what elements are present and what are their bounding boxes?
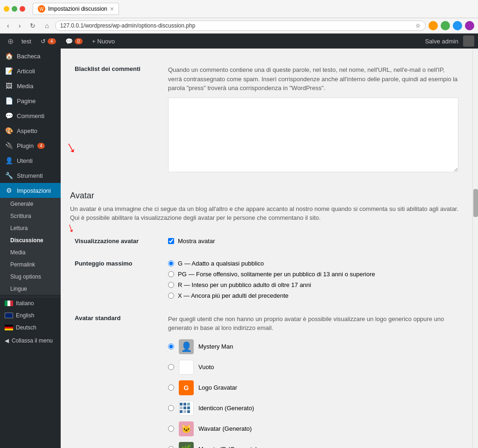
admin-bar-right: Salve admin: [420, 34, 474, 49]
avatar-display-checkbox-label: Mostra avatar: [178, 238, 215, 245]
rating-g-label: G — Adatto a qualsiasi pubblico: [178, 260, 264, 267]
wp-logo-icon: ⊕: [7, 37, 14, 46]
back-button[interactable]: ‹: [4, 20, 13, 31]
lang-italiano-label: Italiano: [16, 300, 34, 307]
admin-bar-site[interactable]: test: [17, 34, 36, 49]
admin-bar-updates[interactable]: ↺ 4: [36, 34, 61, 49]
tools-icon: 🔧: [5, 172, 13, 179]
sidebar-item-impostazioni[interactable]: ⚙ Impostazioni: [0, 183, 61, 198]
admin-bar-avatar[interactable]: [463, 35, 474, 47]
scrollbar-thumb[interactable]: [473, 189, 478, 217]
avatar-option-monsterid: 🌿 MonsterID (Generato): [168, 442, 458, 448]
blacklist-description: Quando un commento contiene una di quest…: [168, 65, 458, 93]
sidebar-label-aspetto: Aspetto: [17, 127, 37, 134]
nav-icon-1: [429, 21, 438, 30]
sidebar-item-pagine[interactable]: 📄 Pagine: [0, 93, 61, 108]
updates-count: 4: [48, 38, 56, 44]
avatar-wavatar-radio[interactable]: [168, 426, 174, 432]
admin-bar-new[interactable]: + Nuovo: [87, 34, 120, 49]
browser-dots: [4, 6, 25, 12]
sub-item-media[interactable]: Media: [0, 246, 61, 259]
lang-italiano[interactable]: Italiano: [0, 297, 61, 309]
blacklist-label: Blacklist dei commenti: [70, 58, 163, 181]
close-window-button[interactable]: [20, 6, 25, 12]
lettura-label: Lettura: [10, 225, 28, 231]
collapse-menu-button[interactable]: ◀ Collassa il menu: [0, 334, 61, 348]
nav-icon-3: [453, 21, 462, 30]
blacklist-section: Blacklist dei commenti Quando un comment…: [70, 58, 463, 182]
svg-rect-2: [187, 403, 190, 406]
avatar-option-blank: Vuoto: [168, 360, 458, 375]
avatar-standard-label: Avatar standard: [70, 307, 163, 448]
avatar-identicon-label: Identicon (Generato): [198, 405, 254, 412]
identicon-thumb: [179, 401, 194, 416]
wp-sidebar: 🏠 Bacheca 📝 Articoli 🖼 Media 📄 Pagine 💬 …: [0, 49, 61, 448]
avatar-gravatar-radio[interactable]: [168, 385, 174, 391]
avatar-display-checkbox[interactable]: [168, 238, 174, 244]
german-flag-icon: [5, 325, 13, 330]
sidebar-item-aspetto[interactable]: 🎨 Aspetto: [0, 123, 61, 138]
sub-item-lingue[interactable]: Lingue: [0, 283, 61, 295]
lang-deutsch[interactable]: Deutsch: [0, 322, 61, 334]
blank-thumb: [179, 360, 194, 375]
scrollbar-track[interactable]: [472, 49, 478, 448]
avatar-blank-radio[interactable]: [168, 364, 174, 370]
rating-x-label: X — Ancora più per adulti del precedente: [178, 292, 288, 299]
wp-logo[interactable]: ⊕: [4, 35, 17, 48]
lang-english[interactable]: English: [0, 309, 61, 322]
avatar-option-identicon: Identicon (Generato): [168, 401, 458, 416]
rating-group: G — Adatto a qualsiasi pubblico PG — For…: [168, 260, 458, 299]
sidebar-item-utenti[interactable]: 👤 Utenti: [0, 153, 61, 168]
sidebar-item-strumenti[interactable]: 🔧 Strumenti: [0, 168, 61, 183]
sidebar-item-articoli[interactable]: 📝 Articoli: [0, 63, 61, 78]
rating-r-radio[interactable]: [168, 282, 174, 288]
appearance-icon: 🎨: [5, 127, 13, 134]
save-label: Salve admin: [425, 38, 458, 45]
rating-pg-radio[interactable]: [168, 271, 174, 277]
sidebar-label-bacheca: Bacheca: [17, 53, 41, 60]
avatar-identicon-radio[interactable]: [168, 405, 174, 411]
avatar-mystery-radio[interactable]: [168, 343, 174, 350]
rating-x: X — Ancora più per adulti del precedente: [168, 292, 458, 299]
avatar-gravatar-label: Logo Gravatar: [198, 384, 237, 391]
admin-bar-save[interactable]: Salve admin: [420, 34, 463, 49]
italian-flag-icon: [5, 301, 13, 306]
rating-g-radio[interactable]: [168, 260, 174, 266]
tab-title: Impostazioni discussion: [48, 6, 107, 12]
avatar-monsterid-radio[interactable]: [168, 446, 174, 448]
sidebar-item-media[interactable]: 🖼 Media: [0, 78, 61, 93]
tab-close-button[interactable]: ×: [110, 5, 114, 13]
rating-g: G — Adatto a qualsiasi pubblico: [168, 260, 458, 267]
minimize-button[interactable]: [4, 6, 9, 12]
address-bar[interactable]: 127.0.0.1/wordpress/wp-admin/options-dis…: [55, 21, 426, 31]
reload-button[interactable]: ↻: [27, 20, 39, 31]
sidebar-item-plugin[interactable]: 🔌 Plugin 4 ↓: [0, 138, 61, 153]
sidebar-label-utenti: Utenti: [17, 157, 33, 164]
collapse-icon: ◀: [5, 337, 9, 344]
sub-item-discussione[interactable]: Discussione: [0, 234, 61, 246]
sidebar-label-pagine: Pagine: [17, 98, 35, 105]
sidebar-label-articoli: Articoli: [17, 68, 35, 75]
sub-item-permalink[interactable]: Permalink: [0, 259, 61, 271]
sub-item-slug[interactable]: Slug options: [0, 271, 61, 283]
avatar-mystery-label: Mystery Man: [198, 343, 233, 350]
wp-layout: 🏠 Bacheca 📝 Articoli 🖼 Media 📄 Pagine 💬 …: [0, 49, 478, 448]
sub-item-lettura[interactable]: Lettura ↓: [0, 222, 61, 234]
sidebar-item-bacheca[interactable]: 🏠 Bacheca: [0, 49, 61, 63]
sub-item-scrittura[interactable]: Scrittura: [0, 210, 61, 222]
blacklist-textarea[interactable]: [168, 98, 458, 172]
browser-tab[interactable]: W Impostazioni discussion ×: [33, 3, 119, 15]
avatar-blank-label: Vuoto: [198, 364, 214, 371]
svg-rect-7: [183, 410, 186, 413]
sidebar-item-commenti[interactable]: 💬 Commenti: [0, 108, 61, 123]
maximize-button[interactable]: [12, 6, 17, 12]
rating-x-radio[interactable]: [168, 293, 174, 299]
svg-rect-0: [180, 403, 183, 406]
avatar-wavatar-label: Wavatar (Generato): [198, 425, 252, 432]
home-button[interactable]: ⌂: [42, 20, 52, 31]
forward-button[interactable]: ›: [15, 20, 24, 31]
settings-icon: ⚙: [5, 187, 13, 194]
admin-bar-comments[interactable]: 💬 0: [61, 34, 88, 49]
sub-item-generale[interactable]: Generale: [0, 198, 61, 210]
gravatar-thumb: G: [179, 380, 194, 395]
